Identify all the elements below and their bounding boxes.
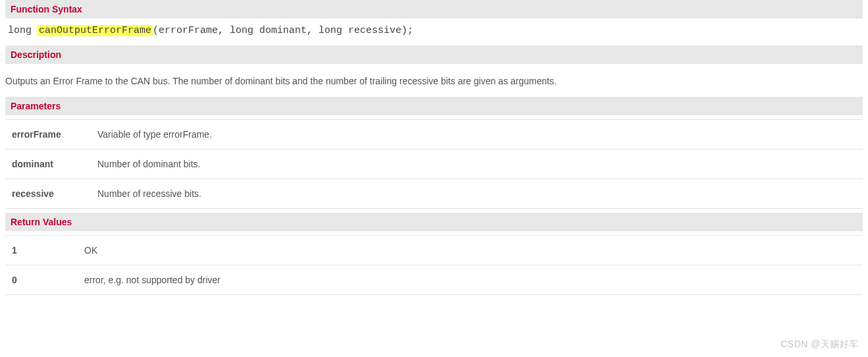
param-name: dominant: [5, 150, 91, 179]
section-header-parameters: Parameters: [5, 97, 863, 115]
param-desc: Number of recessive bits.: [91, 179, 863, 209]
return-desc: error, e.g. not supported by driver: [78, 265, 863, 295]
param-desc: Variable of type errorFrame.: [91, 120, 863, 150]
param-name: errorFrame: [5, 120, 91, 150]
table-row: 0 error, e.g. not supported by driver: [5, 265, 863, 295]
table-row: recessive Number of recessive bits.: [5, 179, 863, 209]
description-text: Outputs an Error Frame to the CAN bus. T…: [5, 70, 863, 97]
section-header-return-values: Return Values: [5, 213, 863, 231]
section-header-description: Description: [5, 45, 863, 64]
section-header-function-syntax: Function Syntax: [5, 0, 863, 18]
param-desc: Number of dominant bits.: [91, 150, 863, 179]
return-value: 0: [5, 265, 78, 295]
function-syntax-code: long canOutputErrorFrame(errorFrame, lon…: [5, 18, 863, 45]
table-row: 1 OK: [5, 236, 863, 265]
param-name: recessive: [5, 179, 91, 209]
return-values-table: 1 OK 0 error, e.g. not supported by driv…: [5, 235, 863, 295]
code-prefix: long: [8, 25, 38, 36]
code-function-name: canOutputErrorFrame: [38, 25, 153, 36]
parameters-table: errorFrame Variable of type errorFrame. …: [5, 119, 863, 209]
code-suffix: (errorFrame, long dominant, long recessi…: [153, 25, 413, 36]
return-desc: OK: [78, 236, 863, 265]
return-value: 1: [5, 236, 78, 265]
table-row: dominant Number of dominant bits.: [5, 150, 863, 179]
table-row: errorFrame Variable of type errorFrame.: [5, 120, 863, 150]
